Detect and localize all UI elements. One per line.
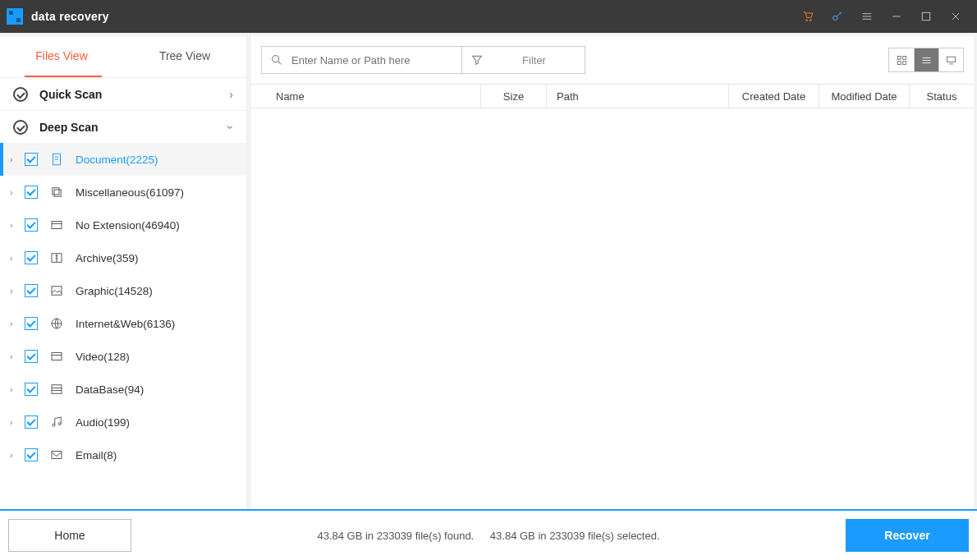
- checkbox[interactable]: [25, 186, 38, 199]
- svg-rect-12: [52, 385, 62, 394]
- svg-rect-7: [52, 222, 62, 229]
- view-grid-button[interactable]: [889, 48, 914, 71]
- chevron-right-icon: ›: [10, 450, 20, 460]
- home-button[interactable]: Home: [8, 519, 131, 552]
- svg-rect-9: [52, 287, 62, 296]
- chevron-right-icon: ›: [10, 187, 20, 197]
- section-deep-scan[interactable]: Deep Scan ›: [0, 110, 246, 143]
- column-name[interactable]: Name: [251, 85, 481, 108]
- category-label: DataBase(94): [76, 383, 144, 396]
- column-created[interactable]: Created Date: [729, 85, 819, 108]
- check-circle-icon: [13, 120, 28, 135]
- tab-files-view[interactable]: Files View: [0, 36, 123, 76]
- app-logo-icon: [7, 8, 23, 25]
- table-header: Name Size Path Created Date Modified Dat…: [251, 84, 974, 108]
- view-preview-button[interactable]: [938, 48, 963, 71]
- category-video[interactable]: › Video(128): [0, 340, 246, 373]
- category-archive[interactable]: › Archive(359): [0, 241, 246, 274]
- category-audio[interactable]: › Audio(199): [0, 406, 246, 438]
- view-list-button[interactable]: [914, 48, 938, 71]
- svg-point-13: [53, 424, 55, 426]
- chevron-right-icon: ›: [10, 319, 20, 328]
- status-text: 43.84 GB in 233039 file(s) found. 43.84 …: [131, 530, 846, 542]
- filter-box[interactable]: Filter: [462, 46, 585, 74]
- svg-point-2: [833, 16, 837, 20]
- category-graphic[interactable]: › Graphic(14528): [0, 274, 246, 307]
- image-icon: [49, 283, 64, 298]
- box-icon: [49, 218, 64, 232]
- checkbox[interactable]: [25, 218, 38, 232]
- maximize-button[interactable]: [911, 0, 941, 33]
- file-list: [251, 108, 974, 509]
- category-document[interactable]: › Document(2225): [0, 143, 246, 176]
- category-label: Archive(359): [76, 252, 139, 264]
- svg-rect-19: [897, 61, 901, 64]
- category-label: Video(128): [76, 351, 130, 363]
- chevron-right-icon: ›: [10, 351, 20, 361]
- search-box[interactable]: [261, 46, 462, 74]
- svg-point-16: [273, 56, 279, 62]
- cart-icon[interactable]: [793, 0, 823, 33]
- section-quick-scan[interactable]: Quick Scan ›: [0, 77, 246, 110]
- checkbox[interactable]: [25, 153, 38, 166]
- svg-point-0: [806, 20, 808, 21]
- checkbox[interactable]: [25, 448, 38, 461]
- content-area: Filter Name Size Path Created Date Modif…: [251, 36, 974, 509]
- chevron-down-icon: ›: [225, 125, 238, 129]
- video-icon: [49, 349, 64, 364]
- svg-rect-20: [902, 61, 906, 64]
- search-input[interactable]: [291, 54, 461, 67]
- chevron-right-icon: ›: [10, 417, 20, 427]
- check-circle-icon: [13, 87, 28, 102]
- column-size[interactable]: Size: [481, 85, 547, 108]
- svg-rect-11: [52, 353, 62, 360]
- archive-icon: [49, 250, 64, 265]
- category-label: Document(2225): [76, 154, 158, 166]
- tab-tree-view[interactable]: Tree View: [123, 36, 246, 76]
- checkbox[interactable]: [25, 383, 38, 396]
- column-status[interactable]: Status: [910, 85, 974, 108]
- checkbox[interactable]: [25, 317, 38, 330]
- category-miscellaneous[interactable]: › Miscellaneous(61097): [0, 176, 246, 209]
- column-modified[interactable]: Modified Date: [819, 85, 910, 108]
- found-status: 43.84 GB in 233039 file(s) found.: [317, 530, 474, 542]
- svg-rect-17: [897, 56, 901, 59]
- category-database[interactable]: › DataBase(94): [0, 373, 246, 406]
- minimize-button[interactable]: [882, 0, 911, 33]
- view-mode-group: [888, 48, 964, 72]
- filter-icon: [462, 53, 492, 67]
- column-path[interactable]: Path: [547, 85, 729, 108]
- chevron-right-icon: ›: [10, 286, 20, 296]
- chevron-right-icon: ›: [10, 384, 20, 394]
- checkbox[interactable]: [25, 284, 38, 297]
- svg-point-14: [58, 423, 61, 425]
- search-icon: [262, 53, 291, 67]
- sidebar: Files View Tree View Quick Scan › Deep S…: [0, 36, 246, 509]
- category-label: Audio(199): [76, 416, 130, 429]
- category-label: Internet&Web(6136): [76, 318, 175, 330]
- recover-button[interactable]: Recover: [846, 519, 969, 552]
- chevron-right-icon: ›: [229, 88, 233, 101]
- globe-icon: [49, 316, 64, 331]
- music-icon: [49, 415, 64, 429]
- checkbox[interactable]: [25, 251, 38, 264]
- category-label: No Extension(46940): [76, 219, 180, 232]
- close-button[interactable]: [941, 0, 970, 33]
- section-label: Deep Scan: [39, 121, 229, 134]
- checkbox[interactable]: [25, 350, 38, 363]
- title-bar: data recovery: [0, 0, 977, 33]
- svg-rect-21: [947, 57, 956, 62]
- document-icon: [49, 152, 64, 167]
- footer-bar: Home 43.84 GB in 233039 file(s) found. 4…: [0, 509, 977, 560]
- svg-point-1: [810, 20, 811, 21]
- section-label: Quick Scan: [39, 88, 229, 101]
- chevron-right-icon: ›: [10, 253, 20, 263]
- category-no-extension[interactable]: › No Extension(46940): [0, 209, 246, 241]
- category-email[interactable]: › Email(8): [0, 438, 246, 471]
- menu-icon[interactable]: [852, 0, 882, 33]
- checkbox[interactable]: [25, 415, 38, 429]
- chevron-right-icon: ›: [10, 154, 20, 164]
- stack-icon: [49, 185, 64, 200]
- key-icon[interactable]: [823, 0, 852, 33]
- category-internet-web[interactable]: › Internet&Web(6136): [0, 307, 246, 340]
